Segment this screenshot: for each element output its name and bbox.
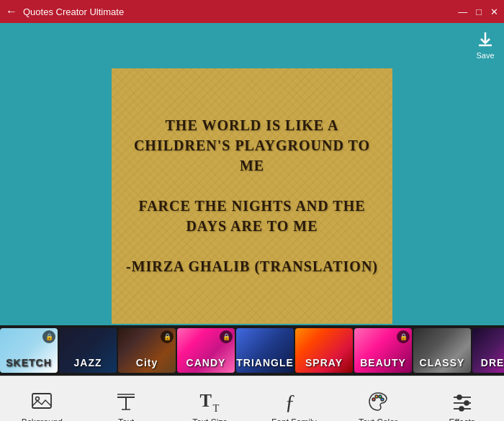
lock-icon: 🔒 [42, 330, 55, 343]
sticker-label: DREAM [472, 357, 504, 368]
font-icon: ƒ [281, 389, 307, 415]
save-icon [475, 30, 495, 50]
sticker-dream[interactable]: 🔒DREAM [472, 328, 504, 373]
svg-point-12 [375, 395, 378, 398]
maximize-button[interactable]: □ [476, 6, 482, 17]
minimize-button[interactable]: — [458, 6, 467, 17]
sticker-label: SKETCH [0, 357, 58, 368]
sticker-label: City [118, 357, 176, 368]
nav-text-color[interactable]: Text Color [349, 389, 407, 422]
lock-icon: 🔒 [397, 330, 410, 343]
svg-point-13 [379, 395, 382, 398]
svg-text:T: T [212, 402, 219, 413]
svg-point-11 [372, 398, 375, 401]
bottom-nav: Bckground Text T T Text Size ƒ [0, 376, 504, 421]
svg-point-20 [459, 407, 464, 411]
toolbar: Save [0, 23, 504, 66]
textsize-icon: T T [197, 389, 223, 415]
sticker-label: BEAUTY [354, 357, 412, 368]
effects-icon [449, 389, 475, 415]
svg-point-16 [457, 395, 462, 399]
nav-text-size[interactable]: T T Text Size [181, 389, 239, 422]
sticker-label: TRIANGLE [236, 357, 294, 368]
background-icon [29, 389, 55, 415]
quote-text: THE WORLD IS LIKE A CHILDREN'S PLAYGROUN… [112, 101, 392, 291]
sticker-classy[interactable]: CLASSY [413, 328, 471, 373]
svg-rect-2 [32, 394, 51, 408]
svg-text:ƒ: ƒ [285, 390, 296, 413]
nav-background[interactable]: Bckground [13, 389, 71, 422]
app-title: Quotes Creator Ultimate [23, 6, 452, 17]
textcolor-label: Text Color [359, 417, 397, 422]
nav-effects[interactable]: Effects [433, 389, 491, 422]
window-controls: — □ ✕ [458, 6, 498, 17]
nav-text[interactable]: Text [97, 389, 155, 422]
save-label: Save [476, 51, 494, 60]
text-label: Text [118, 417, 134, 422]
background-label: Bckground [22, 417, 63, 422]
lock-icon: 🔒 [161, 330, 174, 343]
sticker-spray[interactable]: SPRAY [295, 328, 353, 373]
svg-text:T: T [199, 390, 212, 409]
sticker-city[interactable]: 🔒City [118, 328, 176, 373]
svg-point-18 [464, 401, 469, 405]
sticker-strip: 🔒SKETCHJAZZ🔒City🔒CANDYTRIANGLESPRAY🔒BEAU… [0, 325, 504, 376]
sticker-label: CLASSY [413, 357, 471, 368]
save-button[interactable]: Save [475, 30, 495, 60]
sticker-beauty[interactable]: 🔒BEAUTY [354, 328, 412, 373]
sticker-candy[interactable]: 🔒CANDY [177, 328, 235, 373]
effects-label: Effects [449, 417, 474, 422]
lock-icon: 🔒 [220, 330, 233, 343]
nav-font-family[interactable]: ƒ Font Family [265, 389, 323, 422]
quote-image: THE WORLD IS LIKE A CHILDREN'S PLAYGROUN… [112, 68, 392, 324]
sticker-triangle[interactable]: TRIANGLE [236, 328, 294, 373]
back-button[interactable]: ← [6, 5, 17, 18]
close-button[interactable]: ✕ [490, 6, 498, 17]
text-icon [113, 389, 139, 415]
sticker-label: SPRAY [295, 357, 353, 368]
sticker-label: CANDY [177, 357, 235, 368]
palette-icon [365, 389, 391, 415]
canvas-area: THE WORLD IS LIKE A CHILDREN'S PLAYGROUN… [0, 66, 504, 325]
svg-point-3 [36, 397, 40, 400]
sticker-label: JAZZ [59, 357, 117, 368]
sticker-sketch[interactable]: 🔒SKETCH [0, 328, 58, 373]
titlebar: ← Quotes Creator Ultimate — □ ✕ [0, 0, 504, 23]
textsize-label: Text Size [192, 417, 228, 422]
sticker-jazz[interactable]: JAZZ [59, 328, 117, 373]
svg-point-14 [381, 398, 384, 401]
font-label: Font Family [271, 417, 317, 422]
